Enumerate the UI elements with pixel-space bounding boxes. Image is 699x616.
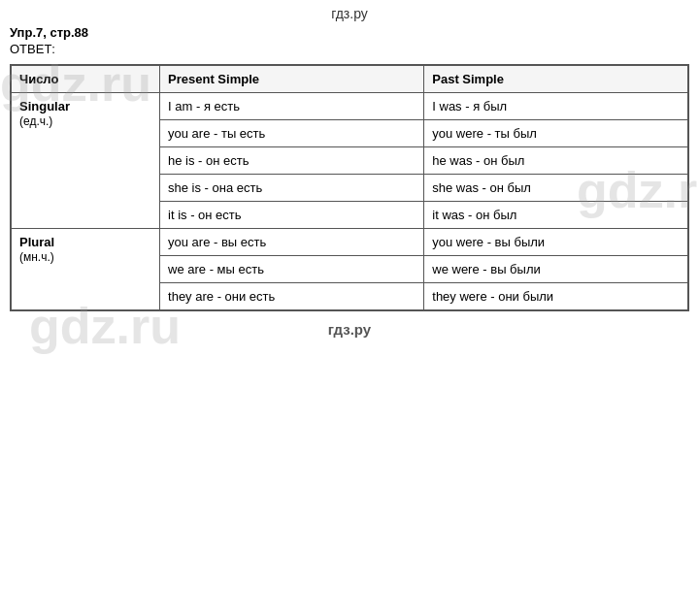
bottom-watermark: гдз.ру <box>0 311 699 343</box>
group-label-0: Singular(ед.ч.) <box>11 93 160 229</box>
answer-label: ОТВЕТ: <box>10 42 689 56</box>
header-number: Число <box>11 65 160 93</box>
content-area: gdz.ru gdz.ru gdz.ru Упр.7, стр.88 ОТВЕТ… <box>10 25 689 311</box>
cell-present: you are - ты есть <box>160 120 424 147</box>
group-label-1: Plural(мн.ч.) <box>11 229 160 311</box>
cell-past: you were - вы были <box>424 229 688 256</box>
grammar-table: Число Present Simple Past Simple Singula… <box>10 64 689 311</box>
table-header-row: Число Present Simple Past Simple <box>11 65 688 93</box>
cell-present: it is - он есть <box>160 202 424 229</box>
top-watermark-text: гдз.ру <box>331 6 368 21</box>
cell-past: it was - он был <box>424 202 688 229</box>
cell-past: I was - я был <box>424 93 688 120</box>
cell-present: he is - он есть <box>160 147 424 175</box>
cell-past: he was - он был <box>424 147 688 175</box>
cell-past: they were - они были <box>424 283 688 311</box>
table-row: Singular(ед.ч.)I am - я естьI was - я бы… <box>11 93 688 120</box>
header-past: Past Simple <box>424 65 688 93</box>
bottom-watermark-text: гдз.ру <box>328 321 371 338</box>
cell-present: you are - вы есть <box>160 229 424 256</box>
exercise-label: Упр.7, стр.88 <box>10 25 689 40</box>
cell-past: she was - он был <box>424 175 688 202</box>
header-present: Present Simple <box>160 65 424 93</box>
cell-past: we were - вы были <box>424 256 688 283</box>
table-row: Plural(мн.ч.)you are - вы естьyou were -… <box>11 229 688 256</box>
cell-present: we are - мы есть <box>160 256 424 283</box>
top-watermark: гдз.ру <box>0 0 699 25</box>
cell-present: I am - я есть <box>160 93 424 120</box>
cell-present: they are - они есть <box>160 283 424 311</box>
cell-present: she is - она есть <box>160 175 424 202</box>
cell-past: you were - ты был <box>424 120 688 147</box>
